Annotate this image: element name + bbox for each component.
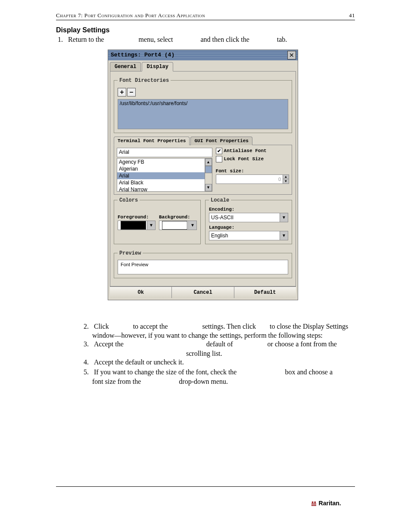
scroll-track[interactable] (205, 173, 212, 184)
encoding-value: US-ASCII (211, 215, 234, 221)
lock-font-label: Lock Font Size (224, 156, 264, 162)
svg-point-1 (314, 501, 316, 503)
antialiase-label: Antialiase Font (224, 148, 267, 153)
font-list[interactable]: Agency FB Algerian Arial Arial Black Ari… (117, 159, 205, 191)
chevron-down-icon[interactable]: ▼ (188, 221, 196, 230)
tab-gui-font[interactable]: GUI Font Properties (190, 137, 252, 145)
step-num: 1. (56, 35, 68, 44)
background-label: Background: (159, 215, 197, 220)
font-dir-list[interactable]: /usr/lib/fonts/:/usr/share/fonts/ (118, 99, 288, 129)
scroll-thumb[interactable] (205, 166, 212, 173)
foreground-label: Foreground: (118, 215, 156, 220)
remove-dir-button[interactable]: – (127, 88, 136, 96)
dialog-title: Settings: Port4 (4) (111, 52, 174, 58)
language-value: English (211, 233, 228, 239)
svg-text:Raritan.: Raritan. (319, 500, 341, 507)
font-size-stepper[interactable]: 0 ▲ ▼ (216, 174, 289, 184)
tab-display[interactable]: Display (142, 62, 173, 72)
foreground-select[interactable]: ▼ (118, 221, 156, 230)
font-item[interactable]: Arial Narrow (117, 186, 205, 191)
font-list-scrollbar[interactable]: ▲ ▼ (205, 159, 212, 191)
background-select[interactable]: ▼ (159, 221, 197, 230)
locale-legend: Locale (209, 197, 231, 203)
footer-rule (56, 486, 355, 487)
font-directories-legend: Font Directories (118, 78, 171, 84)
dialog-titlebar: Settings: Port4 (4) ✕ (108, 50, 298, 60)
font-item[interactable]: Algerian (117, 165, 205, 172)
scroll-down-icon[interactable]: ▼ (205, 184, 212, 191)
section-title: Display Settings (56, 26, 355, 34)
step-2-cont: window—however, if you want to change th… (92, 332, 355, 339)
tab-terminal-font[interactable]: Terminal Font Properties (114, 137, 190, 145)
step-3: 3. Accept the default of or choose a fon… (82, 339, 355, 349)
svg-point-0 (312, 501, 314, 503)
tab-general[interactable]: General (110, 62, 141, 72)
encoding-select[interactable]: US-ASCII ▼ (209, 213, 288, 222)
scroll-up-icon[interactable]: ▲ (205, 159, 212, 166)
step-1: 1. Return to the menu, select and then c… (56, 35, 355, 44)
font-size-label: Font size: (216, 168, 289, 174)
lock-font-checkbox[interactable] (216, 156, 222, 162)
ok-button[interactable]: Ok (110, 286, 172, 298)
language-label: Language: (209, 225, 288, 230)
encoding-label: Encoding: (209, 207, 288, 212)
spin-up-icon[interactable]: ▲ (283, 175, 289, 179)
chapter-label: Chapter 7: Port Configuration and Port A… (56, 12, 205, 19)
colors-legend: Colors (118, 197, 140, 203)
step-4: 4. Accept the default or uncheck it. (82, 358, 355, 367)
font-dir-item[interactable]: /usr/lib/fonts/:/usr/share/fonts/ (120, 100, 286, 106)
font-item[interactable]: Arial (117, 172, 205, 179)
header-rule (56, 20, 355, 20)
locale-group: Locale Encoding: US-ASCII ▼ Language: En… (205, 197, 292, 244)
step-5: 5. If you want to change the size of the… (82, 367, 355, 377)
svg-rect-4 (311, 505, 314, 506)
settings-dialog: Settings: Port4 (4) ✕ General Display Fo… (108, 50, 298, 300)
chevron-down-icon[interactable]: ▼ (280, 213, 288, 222)
background-swatch (162, 221, 187, 230)
svg-rect-5 (314, 505, 316, 506)
current-font-field[interactable]: Arial (117, 148, 212, 157)
add-dir-button[interactable]: + (118, 88, 126, 96)
close-icon[interactable]: ✕ (287, 51, 296, 59)
default-button[interactable]: Default (234, 286, 296, 298)
font-size-value: 0 (216, 175, 283, 184)
preview-legend: Preview (118, 250, 143, 256)
chevron-down-icon[interactable]: ▼ (280, 231, 288, 240)
font-item[interactable]: Agency FB (117, 159, 205, 165)
chevron-down-icon[interactable]: ▼ (147, 221, 155, 230)
colors-group: Colors Foreground: ▼ Background: (114, 197, 201, 244)
antialiase-checkbox[interactable]: ✔ (216, 148, 222, 154)
preview-text: Font Preview (118, 260, 288, 274)
step-5-cont: font size from the drop-down menu. (92, 378, 355, 386)
preview-group: Preview Font Preview (114, 250, 292, 278)
raritan-logo: Raritan. (310, 499, 352, 508)
foreground-swatch (121, 221, 146, 230)
page-number: 41 (349, 12, 355, 19)
font-directories-group: Font Directories + – /usr/lib/fonts/:/us… (114, 78, 292, 133)
font-item[interactable]: Arial Black (117, 179, 205, 186)
svg-rect-2 (311, 504, 314, 504)
step-2: 2. Click to accept the settings. Then cl… (82, 322, 355, 331)
step-3-cont: scrolling list. (92, 350, 355, 358)
language-select[interactable]: English ▼ (209, 231, 288, 240)
spin-down-icon[interactable]: ▼ (283, 179, 289, 184)
svg-rect-3 (314, 504, 316, 504)
cancel-button[interactable]: Cancel (172, 286, 234, 298)
